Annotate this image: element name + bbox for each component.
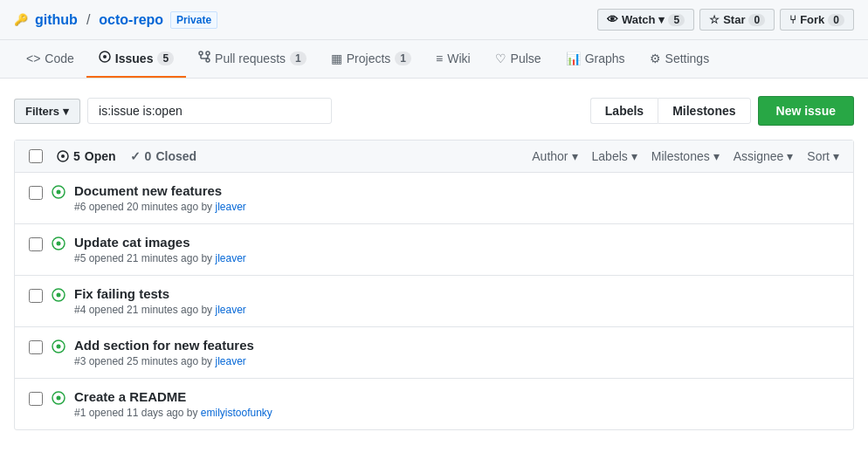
pulse-icon: ♡	[495, 51, 506, 65]
assignee-label: Assignee	[734, 149, 784, 163]
issue-title[interactable]: Add section for new features	[74, 338, 839, 353]
code-icon: <>	[26, 51, 40, 65]
issues-header-right: Author ▾ Labels ▾ Milestones ▾ Assignee …	[532, 149, 839, 163]
separator: /	[86, 12, 90, 28]
repo-name[interactable]: octo-repo	[99, 12, 163, 28]
issue-author[interactable]: emilyistoofunky	[201, 407, 272, 419]
filters-button[interactable]: Filters ▾	[14, 99, 80, 124]
filters-label: Filters	[25, 105, 59, 118]
open-issue-icon	[57, 150, 69, 162]
issue-title[interactable]: Update cat images	[74, 235, 839, 250]
svg-point-13	[57, 293, 61, 298]
issue-content: Add section for new features #3 opened 2…	[74, 338, 839, 367]
assignee-dropdown[interactable]: Assignee ▾	[734, 149, 794, 163]
issue-row: Update cat images #5 opened 21 minutes a…	[15, 224, 853, 276]
sort-dropdown[interactable]: Sort ▾	[807, 149, 839, 163]
issue-open-icon	[52, 185, 65, 202]
issue-row: Fix failing tests #4 opened 21 minutes a…	[15, 276, 853, 327]
issue-checkbox[interactable]	[29, 186, 43, 200]
author-dropdown[interactable]: Author ▾	[532, 149, 577, 163]
issue-author[interactable]: jleaver	[215, 304, 245, 316]
issue-author[interactable]: jleaver	[215, 201, 245, 213]
tab-settings[interactable]: ⚙ Settings	[637, 41, 722, 78]
star-count: 0	[748, 14, 765, 26]
select-all-checkbox[interactable]	[29, 149, 43, 163]
tab-graphs-label: Graphs	[585, 51, 625, 65]
issues-header-left: 5 Open ✓ 0 Closed	[29, 149, 518, 163]
projects-count: 1	[395, 51, 411, 65]
tab-issues-label: Issues	[115, 51, 154, 65]
issue-meta: #4 opened 21 minutes ago by jleaver	[74, 304, 839, 316]
fork-label: Fork	[800, 13, 824, 26]
issue-author[interactable]: jleaver	[215, 355, 245, 367]
watch-label: Watch	[622, 13, 656, 26]
labels-chevron-icon: ▾	[631, 149, 637, 163]
issue-author[interactable]: jleaver	[215, 252, 245, 264]
tab-projects-label: Projects	[347, 51, 391, 65]
labels-button[interactable]: Labels	[590, 98, 658, 124]
issue-checkbox[interactable]	[29, 289, 43, 303]
search-input[interactable]	[87, 98, 332, 124]
star-button[interactable]: ☆ Star 0	[699, 9, 775, 31]
watch-dropdown-icon: ▾	[658, 13, 665, 26]
issue-content: Fix failing tests #4 opened 21 minutes a…	[74, 286, 839, 316]
new-issue-button[interactable]: New issue	[758, 96, 854, 126]
tab-issues[interactable]: Issues 5	[86, 40, 186, 78]
pr-icon	[198, 51, 210, 65]
tab-projects[interactable]: ▦ Projects 1	[319, 41, 424, 78]
issue-open-icon	[52, 391, 65, 408]
issue-title[interactable]: Create a README	[74, 389, 839, 404]
author-chevron-icon: ▾	[572, 149, 578, 163]
issue-row: Document new features #6 opened 20 minut…	[15, 173, 853, 224]
repo-header: 🔑 github / octo-repo Private 👁 Watch ▾ 5…	[0, 0, 868, 40]
issue-title[interactable]: Fix failing tests	[74, 286, 839, 301]
milestones-button[interactable]: Milestones	[658, 98, 750, 124]
tab-code-label: Code	[45, 51, 73, 65]
closed-count-number: 0	[145, 149, 152, 163]
issue-content: Document new features #6 opened 20 minut…	[74, 183, 839, 213]
tab-pulse[interactable]: ♡ Pulse	[483, 41, 554, 78]
open-count-number: 5	[73, 149, 80, 163]
svg-point-9	[57, 190, 61, 195]
issue-open-icon	[52, 288, 65, 305]
private-badge: Private	[170, 11, 217, 29]
issue-meta: #6 opened 20 minutes ago by jleaver	[74, 201, 839, 213]
settings-icon: ⚙	[650, 51, 661, 65]
tab-graphs[interactable]: 📊 Graphs	[554, 41, 637, 78]
key-icon: 🔑	[14, 13, 28, 26]
issue-row: Add section for new features #3 opened 2…	[15, 327, 853, 379]
checkmark-icon: ✓	[130, 149, 141, 163]
issue-checkbox[interactable]	[29, 340, 43, 354]
issue-checkbox[interactable]	[29, 237, 43, 251]
tab-wiki[interactable]: ≡ Wiki	[424, 41, 483, 78]
closed-count[interactable]: ✓ 0 Closed	[130, 149, 196, 163]
tab-pull-requests[interactable]: Pull requests 1	[186, 40, 319, 78]
org-name[interactable]: github	[35, 12, 78, 28]
svg-point-1	[103, 55, 107, 58]
author-label: Author	[532, 149, 568, 163]
issue-title[interactable]: Document new features	[74, 183, 839, 198]
filters-chevron-icon: ▾	[63, 105, 69, 118]
svg-point-2	[199, 51, 203, 55]
tab-pr-label: Pull requests	[215, 51, 286, 65]
eye-icon: 👁	[607, 13, 618, 26]
star-icon: ☆	[709, 13, 720, 26]
fork-button[interactable]: ⑂ Fork 0	[780, 9, 854, 31]
header-actions: 👁 Watch ▾ 5 ☆ Star 0 ⑂ Fork 0	[597, 9, 854, 31]
fork-count: 0	[828, 14, 844, 26]
labels-dropdown[interactable]: Labels ▾	[592, 149, 637, 163]
milestones-dropdown[interactable]: Milestones ▾	[651, 149, 720, 163]
main-content: Filters ▾ Labels Milestones New issue 5	[0, 79, 868, 448]
issue-icon	[99, 51, 111, 65]
assignee-chevron-icon: ▾	[787, 149, 793, 163]
issues-count: 5	[157, 51, 174, 65]
open-count[interactable]: 5 Open	[57, 149, 116, 163]
issue-row: Create a README #1 opened 11 days ago by…	[15, 379, 853, 429]
labels-filter-label: Labels	[592, 149, 628, 163]
issues-list-header: 5 Open ✓ 0 Closed Author ▾ Labels ▾	[15, 141, 853, 173]
tab-pulse-label: Pulse	[511, 51, 541, 65]
issue-checkbox[interactable]	[29, 392, 43, 406]
pr-count: 1	[290, 51, 307, 65]
watch-button[interactable]: 👁 Watch ▾ 5	[597, 9, 694, 31]
tab-code[interactable]: <> Code	[14, 41, 86, 78]
